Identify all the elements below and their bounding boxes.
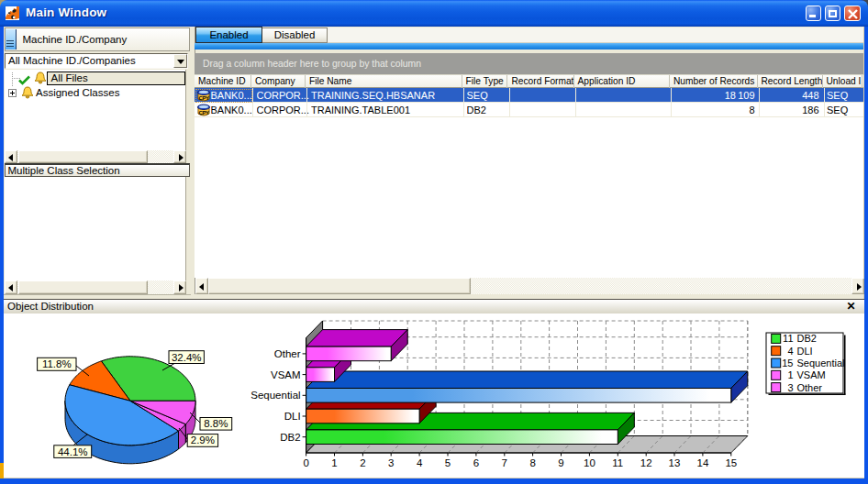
svg-text:1: 1 — [787, 369, 793, 380]
svg-text:DLI: DLI — [284, 411, 301, 422]
svg-text:4: 4 — [417, 457, 423, 468]
svg-text:8: 8 — [529, 457, 535, 468]
svg-text:Other: Other — [274, 348, 301, 359]
svg-text:3: 3 — [787, 382, 793, 393]
svg-text:14: 14 — [697, 457, 709, 468]
svg-text:8.8%: 8.8% — [204, 418, 228, 429]
svg-text:10: 10 — [584, 457, 595, 468]
svg-text:11.8%: 11.8% — [42, 358, 72, 369]
svg-text:DB2: DB2 — [797, 333, 817, 344]
svg-text:DLI: DLI — [797, 346, 813, 357]
svg-text:CPY: CPY — [198, 110, 208, 116]
svg-text:0: 0 — [303, 457, 308, 468]
svg-text:32.4%: 32.4% — [172, 352, 202, 363]
svg-text:11: 11 — [612, 457, 623, 468]
svg-text:1: 1 — [331, 457, 337, 468]
svg-text:44.1%: 44.1% — [58, 446, 88, 457]
svg-text:VSAM: VSAM — [271, 369, 301, 380]
svg-text:Sequential: Sequential — [797, 358, 845, 368]
svg-text:11: 11 — [783, 333, 793, 344]
svg-text:2.9%: 2.9% — [191, 434, 215, 446]
svg-text:4: 4 — [787, 346, 793, 357]
svg-text:2: 2 — [360, 457, 365, 468]
svg-text:3: 3 — [388, 457, 394, 468]
svg-text:Other: Other — [797, 382, 823, 393]
svg-text:12: 12 — [640, 457, 652, 468]
svg-text:13: 13 — [669, 457, 681, 468]
svg-text:15: 15 — [725, 457, 737, 468]
svg-text:DB2: DB2 — [280, 432, 300, 443]
svg-text:6: 6 — [473, 457, 479, 468]
svg-text:15: 15 — [782, 358, 793, 368]
svg-text:VSAM: VSAM — [797, 369, 826, 380]
svg-text:5: 5 — [445, 457, 451, 468]
svg-text:Sequential: Sequential — [250, 390, 300, 401]
svg-text:9: 9 — [558, 457, 563, 468]
svg-text:7: 7 — [502, 457, 507, 468]
